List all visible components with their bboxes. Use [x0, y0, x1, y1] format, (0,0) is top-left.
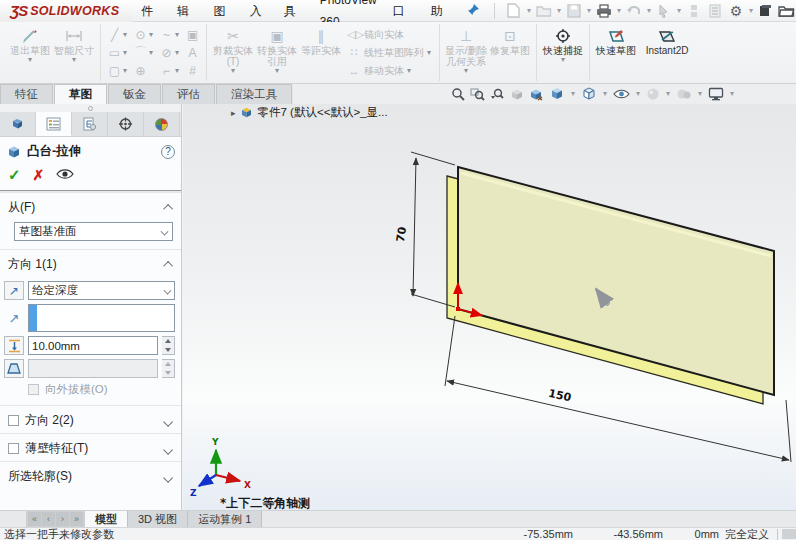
- display-relations-button[interactable]: ⊥ 显示/删除几何关系 ▾: [444, 24, 488, 81]
- print-icon[interactable]: [595, 2, 613, 20]
- caret-icon[interactable]: ▾: [527, 6, 531, 15]
- circle-tool-button[interactable]: ⊙▾: [131, 26, 155, 44]
- view-settings-icon[interactable]: [529, 87, 544, 101]
- section-from[interactable]: 从(F): [0, 192, 181, 220]
- flyout-feature-tree[interactable]: ▸ 零件7 (默认<<默认>_显...: [231, 105, 388, 120]
- tab-render-tools[interactable]: 渲染工具: [216, 84, 292, 104]
- section-view-icon[interactable]: [510, 87, 524, 101]
- tab-property-manager[interactable]: [36, 112, 72, 136]
- reverse-direction-button[interactable]: ↗: [4, 281, 24, 300]
- tab-feature-tree[interactable]: [0, 112, 36, 136]
- caret-icon[interactable]: ▾: [636, 89, 640, 98]
- convert-entities-button[interactable]: ▣ 转换实体引用 ▾: [255, 24, 299, 81]
- section-thin-feature[interactable]: 薄壁特征(T): [0, 433, 181, 461]
- quick-snaps-button[interactable]: 快速捕捉 ▾: [541, 24, 585, 81]
- fillet-tool-button[interactable]: ⌐▾: [157, 62, 181, 80]
- options-list-icon[interactable]: [706, 2, 724, 20]
- depth-input[interactable]: [32, 340, 154, 352]
- nav-prev-button[interactable]: ‹: [42, 512, 55, 526]
- trim-entities-button[interactable]: ✂ 剪裁实体(T) ▾: [211, 24, 255, 81]
- view-orientation-cube-icon[interactable]: [549, 86, 565, 101]
- tab-sketch[interactable]: 草图: [54, 84, 107, 104]
- tab-sheet-metal[interactable]: 钣金: [108, 84, 161, 104]
- instant2d-button[interactable]: Instant2D: [638, 24, 696, 81]
- edit-appearance-icon[interactable]: [646, 87, 660, 101]
- dimension-height-text[interactable]: 70: [394, 226, 409, 243]
- grid-tool-button[interactable]: #: [183, 62, 202, 80]
- settings-gear-icon[interactable]: ⚙: [727, 2, 745, 20]
- pin-menu-icon[interactable]: [467, 3, 480, 19]
- caret-icon[interactable]: ▾: [647, 6, 651, 15]
- section-direction2[interactable]: 方向 2(2): [0, 405, 181, 433]
- tab-model[interactable]: 模型: [85, 511, 128, 527]
- draft-spinner[interactable]: [162, 359, 175, 378]
- nav-next-button[interactable]: ›: [56, 512, 69, 526]
- tab-evaluate[interactable]: 评估: [162, 84, 215, 104]
- preview-eye-button[interactable]: [56, 168, 74, 183]
- move-entities-button[interactable]: ↔ 移动实体 ▾: [347, 62, 431, 79]
- help-search-icon[interactable]: [757, 2, 775, 20]
- tab-features[interactable]: 特征: [0, 84, 53, 104]
- caret-icon[interactable]: ▾: [749, 6, 753, 15]
- caret-icon[interactable]: ▾: [666, 89, 670, 98]
- point-tool-button[interactable]: ⊕: [131, 62, 155, 80]
- nav-first-button[interactable]: «: [28, 512, 41, 526]
- caret-icon[interactable]: ▾: [557, 6, 561, 15]
- tab-motion-study[interactable]: 运动算例 1: [188, 511, 262, 527]
- zoom-area-icon[interactable]: [470, 87, 485, 101]
- view-display-settings-monitor-icon[interactable]: [708, 87, 724, 101]
- plane-tool-button[interactable]: ▢▾: [105, 62, 129, 80]
- save-icon[interactable]: [565, 2, 583, 20]
- tab-display-manager[interactable]: [144, 112, 180, 136]
- offset-entities-button[interactable]: ∥ 等距实体: [299, 24, 343, 81]
- mirror-entities-button[interactable]: ◁▷ 镜向实体: [347, 26, 431, 43]
- section-selected-contours[interactable]: 所选轮廓(S): [0, 461, 181, 489]
- tab-dimxpert[interactable]: [108, 112, 144, 136]
- linear-pattern-button[interactable]: ∷ 线性草图阵列 ▾: [347, 44, 431, 61]
- zoom-fit-icon[interactable]: [451, 87, 465, 101]
- new-document-icon[interactable]: [505, 2, 523, 20]
- direction-reference-listbox[interactable]: [28, 304, 175, 332]
- depth-field[interactable]: [28, 336, 158, 355]
- status-corner-icon[interactable]: [782, 529, 796, 539]
- text-tool-button[interactable]: A: [183, 44, 202, 62]
- hide-show-items-icon[interactable]: [613, 88, 630, 100]
- caret-icon[interactable]: ▾: [617, 6, 621, 15]
- display-style-icon[interactable]: [581, 86, 597, 101]
- from-plane-select[interactable]: 草图基准面: [14, 222, 173, 241]
- depth-spinner[interactable]: [162, 336, 175, 355]
- exit-sketch-button[interactable]: 退出草图 ▾: [8, 24, 52, 81]
- help-icon[interactable]: ?: [161, 145, 175, 159]
- caret-icon[interactable]: ▾: [730, 89, 734, 98]
- spline-tool-button[interactable]: ~▾: [157, 26, 181, 44]
- dimension-width-text[interactable]: 150: [547, 387, 573, 405]
- previous-view-icon[interactable]: [490, 87, 505, 101]
- ellipse-tool-button[interactable]: ⊘▾: [157, 44, 181, 62]
- tab-configuration-manager[interactable]: [72, 112, 108, 136]
- caret-icon[interactable]: ▾: [698, 89, 702, 98]
- tree-item-label[interactable]: 零件7 (默认<<默认>_显...: [258, 105, 388, 120]
- arc-tool-button[interactable]: ⌒▾: [131, 44, 155, 62]
- end-condition-select[interactable]: 给定深度: [28, 281, 175, 300]
- select-cursor-icon[interactable]: [655, 2, 673, 20]
- direction2-checkbox[interactable]: [8, 415, 19, 426]
- scene-canvas[interactable]: 70 150: [183, 104, 796, 510]
- caret-icon[interactable]: ▾: [587, 6, 591, 15]
- open-document-icon[interactable]: [535, 2, 553, 20]
- tree-expand-icon[interactable]: ▸: [231, 108, 236, 118]
- tab-3d-views[interactable]: 3D 视图: [128, 511, 188, 527]
- open-folder-icon[interactable]: [778, 2, 796, 20]
- smart-dimension-button[interactable]: 智能尺寸 ▾: [52, 24, 96, 81]
- caret-icon[interactable]: ▾: [677, 6, 681, 15]
- draft-button[interactable]: [4, 359, 24, 378]
- cancel-button[interactable]: ✗: [33, 167, 45, 183]
- slot-tool-button[interactable]: ▣: [183, 26, 202, 44]
- thin-feature-checkbox[interactable]: [8, 443, 19, 454]
- undo-icon[interactable]: [625, 2, 643, 20]
- graphics-viewport[interactable]: ▾ ▾ ▾ ▾ ▾ ▾ ▸ 零件7 (默认<<默认>_显...: [183, 104, 796, 510]
- draft-outward-checkbox[interactable]: [28, 384, 39, 395]
- nav-last-button[interactable]: »: [70, 512, 83, 526]
- rebuild-icon[interactable]: [685, 2, 703, 20]
- section-direction1[interactable]: 方向 1(1): [0, 249, 181, 277]
- apply-scene-icon[interactable]: [676, 87, 692, 101]
